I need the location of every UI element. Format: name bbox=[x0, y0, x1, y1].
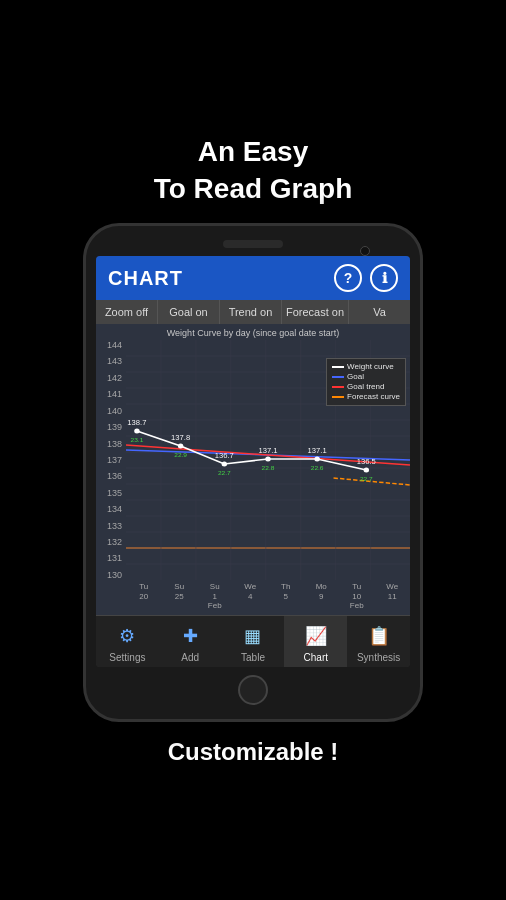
svg-text:22.6: 22.6 bbox=[311, 464, 324, 471]
svg-text:137.1: 137.1 bbox=[258, 446, 277, 455]
svg-text:137.8: 137.8 bbox=[171, 433, 190, 442]
phone-speaker bbox=[223, 240, 283, 248]
phone-device: CHART ? ℹ Zoom off Goal on Trend on Fore… bbox=[83, 223, 423, 722]
legend-goal: Goal bbox=[332, 372, 400, 381]
nav-synthesis-label: Synthesis bbox=[357, 652, 400, 663]
legend-trend: Goal trend bbox=[332, 382, 400, 391]
settings-icon: ⚙ bbox=[113, 622, 141, 650]
svg-point-28 bbox=[314, 457, 319, 462]
header-icons: ? ℹ bbox=[334, 264, 398, 292]
nav-table-label: Table bbox=[241, 652, 265, 663]
legend-weight: Weight curve bbox=[332, 362, 400, 371]
svg-text:22.8: 22.8 bbox=[262, 464, 275, 471]
nav-chart-label: Chart bbox=[304, 652, 328, 663]
chart-inner: 138.7 137.8 136.7 137.1 137.1 136.5 23.1… bbox=[126, 340, 410, 580]
svg-text:138.7: 138.7 bbox=[127, 418, 146, 427]
headline-line1: An Easy bbox=[198, 136, 309, 167]
tab-va[interactable]: Va bbox=[349, 300, 410, 324]
nav-table[interactable]: ▦ Table bbox=[222, 616, 285, 667]
nav-settings-label: Settings bbox=[109, 652, 145, 663]
x-label-1: Su25 bbox=[162, 580, 198, 615]
phone-screen: CHART ? ℹ Zoom off Goal on Trend on Fore… bbox=[96, 256, 410, 667]
y-axis: 144 143 142 141 140 139 138 137 136 135 … bbox=[96, 340, 126, 580]
svg-text:22.9: 22.9 bbox=[174, 451, 187, 458]
tab-zoom[interactable]: Zoom off bbox=[96, 300, 158, 324]
tab-forecast[interactable]: Forecast on bbox=[282, 300, 349, 324]
svg-text:23.1: 23.1 bbox=[131, 436, 144, 443]
add-icon: ✚ bbox=[176, 622, 204, 650]
phone-home-button[interactable] bbox=[238, 675, 268, 705]
info-button[interactable]: ℹ bbox=[370, 264, 398, 292]
help-button[interactable]: ? bbox=[334, 264, 362, 292]
nav-synthesis[interactable]: 📋 Synthesis bbox=[347, 616, 410, 667]
svg-text:137.1: 137.1 bbox=[308, 446, 327, 455]
tagline: Customizable ! bbox=[168, 738, 339, 766]
svg-text:22.7: 22.7 bbox=[360, 475, 373, 482]
svg-point-26 bbox=[222, 462, 227, 467]
app-title: CHART bbox=[108, 267, 183, 290]
app-header: CHART ? ℹ bbox=[96, 256, 410, 300]
page-wrapper: An Easy To Read Graph CHART ? ℹ Zoom off… bbox=[0, 114, 506, 786]
chart-container: 144 143 142 141 140 139 138 137 136 135 … bbox=[96, 340, 410, 580]
chart-title: Weight Curve by day (since goal date sta… bbox=[96, 328, 410, 338]
svg-text:22.7: 22.7 bbox=[218, 469, 231, 476]
x-label-2: Su1Feb bbox=[197, 580, 233, 615]
nav-chart[interactable]: 📈 Chart bbox=[284, 616, 347, 667]
svg-point-29 bbox=[364, 468, 369, 473]
legend-forecast: Forecast curve bbox=[332, 392, 400, 401]
x-label-7: We11 bbox=[375, 580, 411, 615]
synthesis-icon: 📋 bbox=[365, 622, 393, 650]
svg-point-27 bbox=[265, 457, 270, 462]
x-label-4: Th5 bbox=[268, 580, 304, 615]
tab-bar: Zoom off Goal on Trend on Forecast on Va bbox=[96, 300, 410, 324]
nav-add-label: Add bbox=[181, 652, 199, 663]
nav-settings[interactable]: ⚙ Settings bbox=[96, 616, 159, 667]
nav-add[interactable]: ✚ Add bbox=[159, 616, 222, 667]
svg-text:136.7: 136.7 bbox=[215, 451, 234, 460]
x-label-6: Tu10Feb bbox=[339, 580, 375, 615]
x-axis: Tu20 Su25 Su1Feb We4 Th5 Mo9 Tu10Feb We1… bbox=[96, 580, 410, 615]
x-label-0: Tu20 bbox=[126, 580, 162, 615]
x-label-3: We4 bbox=[233, 580, 269, 615]
chart-area: Weight Curve by day (since goal date sta… bbox=[96, 324, 410, 615]
headline: An Easy To Read Graph bbox=[154, 134, 353, 207]
svg-text:136.5: 136.5 bbox=[357, 457, 376, 466]
chart-icon: 📈 bbox=[302, 622, 330, 650]
svg-point-25 bbox=[178, 444, 183, 449]
tab-goal[interactable]: Goal on bbox=[158, 300, 220, 324]
headline-line2: To Read Graph bbox=[154, 173, 353, 204]
tab-trend[interactable]: Trend on bbox=[220, 300, 282, 324]
table-icon: ▦ bbox=[239, 622, 267, 650]
chart-legend: Weight curve Goal Goal trend bbox=[326, 358, 406, 406]
x-label-5: Mo9 bbox=[304, 580, 340, 615]
svg-point-24 bbox=[134, 429, 139, 434]
bottom-nav: ⚙ Settings ✚ Add ▦ Table 📈 Chart 📋 S bbox=[96, 615, 410, 667]
phone-camera bbox=[360, 246, 370, 256]
